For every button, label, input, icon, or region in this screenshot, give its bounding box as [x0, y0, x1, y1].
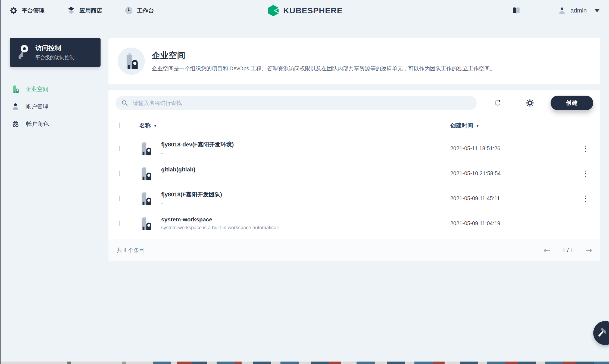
nav-app-store[interactable]: 应用商店 [67, 7, 102, 15]
next-page-icon[interactable]: → [585, 246, 592, 255]
workspace-icon [12, 85, 19, 93]
total-items-label: 共 4 个条目 [117, 247, 144, 254]
table-footer: 共 4 个条目 ← 1 / 1 → [108, 239, 600, 261]
workspace-name-link[interactable]: fjy8018-dev(F嘉阳开发环境) [161, 141, 234, 148]
pagination: ← 1 / 1 → [544, 246, 592, 255]
table-row[interactable]: fjy8018(F嘉阳开发团队) - 2021-05-09 11:45:11 ⋮ [108, 186, 600, 211]
top-nav: 平台管理 应用商店 工 [10, 7, 154, 15]
page-description: 企业空间是一个组织您的项目和 DevOps 工程、管理资源访问权限以及在团队内部… [152, 65, 495, 72]
dashboard-icon [125, 7, 133, 14]
create-button[interactable]: 创建 [551, 96, 593, 110]
workspace-description: system-workspace is a built-in workspace… [161, 225, 283, 231]
workspace-table-card: 创建 名称 ▾ 创建时间 ▾ [108, 90, 600, 261]
top-right-controls: admin [512, 7, 600, 14]
select-all-checkbox[interactable] [119, 123, 120, 128]
row-checkbox[interactable] [119, 171, 120, 176]
workspace-name-block: fjy8018-dev(F嘉阳开发环境) - [161, 141, 234, 156]
table-toolbar: 创建 [108, 90, 600, 115]
table-header: 名称 ▾ 创建时间 ▾ [108, 115, 600, 136]
column-header-name[interactable]: 名称 ▾ [139, 122, 450, 129]
top-bar: 平台管理 应用商店 工 [1, 0, 609, 21]
workspace-building-icon [139, 217, 152, 230]
kubesphere-logo: KUBESPHERE [267, 4, 342, 17]
access-control-card: 访问控制 平台级的访问控制 [10, 38, 101, 67]
kubesphere-app: 平台管理 应用商店 工 [0, 0, 609, 364]
nav-label: 工作台 [137, 7, 154, 14]
logo-wordmark: KUBESPHERE [283, 6, 342, 15]
kebab-menu-icon[interactable]: ⋮ [578, 146, 593, 151]
prev-page-icon[interactable]: ← [544, 246, 550, 255]
kubesphere-logo-icon [267, 4, 279, 17]
settings-gear-icon[interactable] [526, 99, 534, 107]
workspace-building-icon [139, 192, 152, 205]
hammer-icon [596, 328, 607, 338]
column-label: 名称 [139, 122, 151, 129]
sidebar-item-accounts[interactable]: 帐户管理 [12, 98, 101, 115]
nav-platform-management[interactable]: 平台管理 [10, 7, 45, 14]
user-menu[interactable]: admin [558, 7, 600, 14]
search-box [115, 96, 477, 110]
table-row[interactable]: fjy8018-dev(F嘉阳开发环境) - 2021-05-11 18:51:… [108, 136, 600, 161]
gear-icon [10, 7, 17, 14]
workspace-building-icon [124, 53, 139, 69]
row-checkbox[interactable] [119, 221, 120, 226]
workspace-name-link[interactable]: system-workspace [161, 216, 283, 223]
workspace-name-cell: fjy8018(F嘉阳开发团队) - [139, 191, 450, 206]
created-time: 2021-05-11 18:51:26 [450, 145, 578, 152]
workspace-description: - [161, 200, 222, 206]
sidebar: 访问控制 平台级的访问控制 企业空间 [10, 38, 101, 133]
created-time: 2021-05-09 11:04:19 [450, 220, 578, 227]
chevron-down-icon [594, 9, 600, 12]
sort-caret-icon: ▾ [476, 123, 479, 128]
row-checkbox[interactable] [119, 146, 120, 151]
search-input[interactable] [115, 96, 477, 110]
content-area: 访问控制 平台级的访问控制 企业空间 [1, 21, 609, 261]
page-header-card: 企业空间 企业空间是一个组织您的项目和 DevOps 工程、管理资源访问权限以及… [108, 38, 600, 84]
toolbox-fab[interactable] [593, 321, 609, 345]
sidebar-nav: 企业空间 帐户管理 [10, 80, 101, 133]
page-indicator: 1 / 1 [562, 247, 573, 254]
page-header-text: 企业空间 企业空间是一个组织您的项目和 DevOps 工程、管理资源访问权限以及… [152, 50, 495, 72]
table-row[interactable]: gitlab(gitlab) - 2021-05-10 21:58:54 ⋮ [108, 161, 600, 186]
workspace-name-block: gitlab(gitlab) - [161, 166, 195, 181]
screen-edge-strip [1, 362, 609, 364]
user-avatar-icon [558, 7, 566, 14]
workspace-avatar [118, 48, 145, 75]
workspace-description: - [161, 175, 195, 181]
kebab-menu-icon[interactable]: ⋮ [578, 196, 593, 201]
created-time: 2021-05-09 11:45:11 [450, 195, 578, 202]
key-icon [16, 44, 30, 61]
sidebar-item-label: 企业空间 [26, 85, 48, 93]
column-label: 创建时间 [450, 122, 473, 129]
workspace-name-cell: fjy8018-dev(F嘉阳开发环境) - [139, 141, 450, 156]
sidebar-item-roles[interactable]: 帐户角色 [12, 115, 101, 133]
workspace-name-block: system-workspace system-workspace is a b… [161, 216, 283, 231]
main-panel: 企业空间 企业空间是一个组织您的项目和 DevOps 工程、管理资源访问权限以及… [108, 38, 600, 261]
sidebar-item-label: 帐户管理 [26, 103, 48, 110]
created-time: 2021-05-10 21:58:54 [450, 170, 578, 177]
search-icon [121, 100, 128, 106]
workspace-name-link[interactable]: fjy8018(F嘉阳开发团队) [161, 191, 222, 198]
sidebar-item-label: 帐户角色 [26, 120, 49, 128]
kebab-menu-icon[interactable]: ⋮ [578, 171, 593, 176]
workspace-name-link[interactable]: gitlab(gitlab) [161, 166, 195, 173]
refresh-button[interactable] [494, 99, 502, 107]
workspace-description: - [161, 150, 234, 156]
nav-workbench[interactable]: 工作台 [125, 7, 154, 14]
table-row[interactable]: system-workspace system-workspace is a b… [108, 211, 600, 236]
workspace-name-cell: system-workspace system-workspace is a b… [139, 216, 450, 231]
workspace-building-icon [139, 142, 152, 155]
workspace-building-icon [139, 167, 152, 180]
username-label: admin [570, 7, 587, 14]
app-store-icon [67, 7, 75, 15]
nav-label: 应用商店 [79, 7, 102, 14]
roles-icon [12, 120, 20, 127]
page-title: 企业空间 [152, 50, 495, 61]
user-icon [12, 103, 19, 110]
docs-book-icon[interactable] [512, 7, 520, 14]
row-checkbox[interactable] [119, 196, 120, 201]
column-header-created[interactable]: 创建时间 ▾ [450, 122, 578, 129]
access-control-titles: 访问控制 平台级的访问控制 [35, 44, 74, 61]
sidebar-item-workspaces[interactable]: 企业空间 [12, 80, 101, 98]
sidebar-title: 访问控制 [35, 44, 74, 52]
